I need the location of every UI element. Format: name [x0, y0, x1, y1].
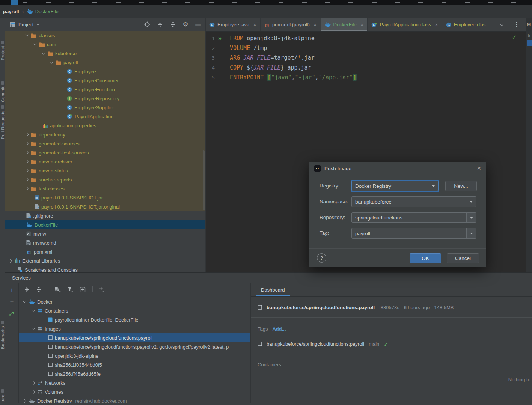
service-item-sha256-1f03544bd0f5[interactable]: sha256:1f03544bd0f5 [19, 360, 250, 369]
service-item-payrollcontainer-dockerfile-dockerfile[interactable]: payrollcontainer Dockerfile: DockerFile [19, 315, 250, 324]
tree-item-classes[interactable]: classes [5, 31, 205, 40]
filter-icon[interactable] [67, 287, 73, 292]
chevron-down-icon[interactable] [32, 308, 35, 312]
editor-tab-payrollapplication-class[interactable]: CPayrollApplication.class× [368, 18, 442, 31]
tree-item-payroll-0-0-1-snapshot-jar[interactable]: payroll-0.0.1-SNAPSHOT.jar [5, 193, 205, 202]
editor-tab-dockerfile[interactable]: DockerFile× [321, 18, 368, 31]
tree-item-generated-test-sources[interactable]: generated-test-sources [5, 148, 205, 157]
service-item-images[interactable]: Images [19, 324, 250, 333]
chevron-right-icon[interactable] [25, 133, 29, 136]
expand-all-icon[interactable] [157, 22, 163, 27]
tree-item-employeeconsumer[interactable]: CEmployeeConsumer [5, 76, 205, 85]
tree-item-maven-archiver[interactable]: maven-archiver [5, 157, 205, 166]
tree-item-scratches-and-consoles[interactable]: Scratches and Consoles [5, 265, 205, 272]
chevron-down-icon[interactable] [42, 51, 45, 55]
chevron-right-icon[interactable] [9, 259, 12, 263]
external-link-icon[interactable] [384, 342, 389, 346]
new-registry-button[interactable]: New... [445, 181, 477, 191]
tree-item-dependency[interactable]: dependency [5, 130, 205, 139]
dialog-titlebar[interactable]: IJ Push Image × [309, 162, 486, 175]
remove-icon[interactable]: − [10, 299, 14, 305]
expand-all-icon[interactable] [24, 287, 30, 292]
tree-item-employee[interactable]: CEmployee [5, 67, 205, 76]
tree-item-mvnw[interactable]: mvnw [5, 229, 205, 238]
close-icon[interactable]: × [477, 165, 481, 172]
tool-button-project[interactable]: Project [0, 41, 5, 60]
hide-panel-icon[interactable]: — [195, 21, 201, 28]
chevron-right-icon[interactable] [25, 151, 29, 154]
project-scrollbar[interactable] [203, 150, 205, 210]
chevron-down-icon[interactable] [23, 299, 27, 303]
chevron-right-icon[interactable] [23, 399, 27, 403]
service-item-volumes[interactable]: Volumes [19, 387, 250, 396]
checkbox-icon[interactable] [258, 305, 262, 310]
tree-item-generated-sources[interactable]: generated-sources [5, 139, 205, 148]
chevron-right-icon[interactable] [32, 381, 35, 385]
kebab-menu-icon[interactable]: ⋮ [514, 21, 520, 28]
tree-item-employeesupplier[interactable]: CEmployeeSupplier [5, 103, 205, 112]
chevron-down-icon[interactable] [36, 24, 39, 26]
locate-icon[interactable] [144, 21, 150, 27]
collapse-all-icon[interactable] [36, 287, 42, 292]
add-tag-link[interactable]: Add... [272, 326, 286, 332]
chevron-down-icon[interactable] [25, 33, 29, 37]
chevron-down-icon[interactable] [32, 326, 35, 330]
tag-combobox[interactable]: payroll [351, 228, 476, 239]
chevron-right-icon[interactable] [25, 169, 29, 172]
service-item-networks[interactable]: Networks [19, 378, 250, 387]
tree-item-com[interactable]: com [5, 40, 205, 49]
scroll-to-source-icon[interactable] [9, 311, 15, 316]
dropdown-button[interactable] [466, 213, 476, 222]
tree-item-gitignore[interactable]: .gitignore [5, 211, 205, 220]
chevron-down-icon[interactable] [50, 60, 54, 64]
cancel-button[interactable]: Cancel [447, 253, 479, 263]
service-item-sha256-ff45a6dd65fe[interactable]: sha256:ff45a6dd65fe [19, 369, 250, 378]
tree-item-external-libraries[interactable]: External Libraries [5, 256, 205, 265]
chevron-down-icon[interactable] [500, 23, 504, 26]
tab-dashboard[interactable]: Dashboard [256, 284, 290, 296]
tool-button-pull-requests[interactable]: Pull Requests [0, 105, 5, 139]
close-icon[interactable]: × [253, 21, 256, 28]
chevron-right-icon[interactable] [25, 160, 29, 163]
run-icon[interactable]: » [218, 35, 220, 42]
registry-combobox[interactable]: Docker Registry [351, 181, 439, 191]
tag-item-row[interactable]: banupkubeforce/spriingcloudfunctions:pay… [251, 338, 532, 349]
service-item-containers[interactable]: Containers [19, 306, 250, 315]
dashboard-image-row[interactable]: banupkubeforce/spriingcloudfunctions:pay… [251, 302, 532, 313]
chevron-right-icon[interactable] [25, 142, 29, 145]
checkbox-icon[interactable] [258, 342, 262, 346]
group-by-icon[interactable] [55, 287, 61, 292]
tree-item-kubeforce[interactable]: kubeforce [5, 49, 205, 58]
collapse-all-icon[interactable] [170, 22, 176, 27]
breadcrumb-project[interactable]: payroll [3, 9, 19, 14]
add-icon[interactable]: + [10, 287, 14, 293]
tree-item-maven-status[interactable]: maven-status [5, 166, 205, 175]
service-item-docker-registry[interactable]: Docker Registryregistry.hub.docker.com [19, 396, 250, 403]
ok-button[interactable]: OK [410, 253, 441, 263]
add-service-icon[interactable] [99, 287, 105, 292]
tree-item-surefire-reports[interactable]: surefire-reports [5, 175, 205, 184]
tool-button-commit[interactable]: Commit [0, 81, 5, 102]
tree-item-payrollapplication[interactable]: CPayrollApplication [5, 112, 205, 121]
service-item-banupkubeforce-spriingcloudfunctions-pay[interactable]: banupkubeforce/spriingcloudfunctions:pay… [19, 333, 250, 342]
tool-button-bookmarks[interactable]: Bookmarks [0, 321, 5, 349]
tree-item-test-classes[interactable]: test-classes [5, 184, 205, 193]
breadcrumb-file[interactable]: DockerFile [35, 9, 59, 14]
tree-item-employeefunction[interactable]: CEmployeeFunction [5, 85, 205, 94]
chevron-right-icon[interactable] [32, 390, 35, 394]
tree-item-application-properties[interactable]: application.properties [5, 121, 205, 130]
service-item-banupkubeforce-springcloudfunctions-payr[interactable]: banupkubeforce/springcloudfunctions:payr… [19, 342, 250, 351]
chevron-right-icon[interactable] [25, 187, 29, 190]
editor-tab-pom-xml-payroll[interactable]: mpom.xml (payroll)× [261, 18, 321, 31]
namespace-combobox[interactable]: banupkubeforce [351, 196, 476, 207]
tree-item-payroll[interactable]: payroll [5, 58, 205, 67]
chevron-right-icon[interactable] [25, 178, 29, 181]
tree-item-dockerfile[interactable]: DockerFile [5, 220, 205, 229]
editor-tab-employee-java[interactable]: CEmployee.java× [206, 18, 261, 31]
services-panel-title[interactable]: Services [5, 273, 532, 283]
close-icon[interactable]: × [313, 21, 317, 28]
close-icon[interactable]: × [360, 21, 364, 28]
tree-item-employeerepository[interactable]: IEmployeeRepository [5, 94, 205, 103]
help-button[interactable]: ? [317, 253, 326, 263]
service-item-openjdk-8-jdk-alpine[interactable]: openjdk:8-jdk-alpine [19, 351, 250, 360]
